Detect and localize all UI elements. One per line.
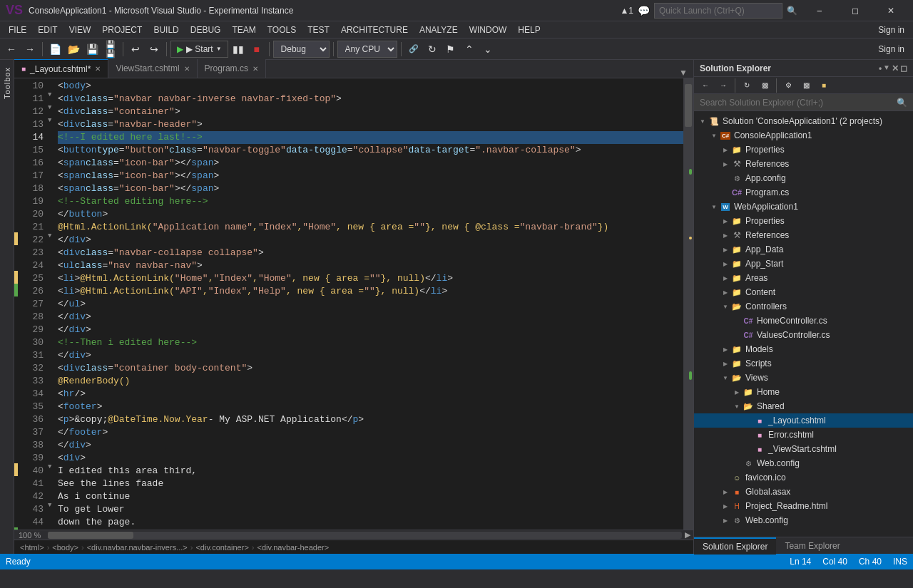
- h-scroll-right-arrow[interactable]: ▶: [685, 530, 693, 540]
- h-scroll-track[interactable]: [48, 532, 682, 539]
- tree-webapp1[interactable]: ▼ W WebApplication1: [694, 200, 913, 214]
- expander-readme[interactable]: ▶: [720, 503, 731, 510]
- se-show-all-btn[interactable]: ▩: [756, 77, 773, 94]
- expander-home[interactable]: ▶: [731, 389, 743, 396]
- tree-project-readme[interactable]: ▶ H Project_Readme.html: [694, 499, 913, 513]
- se-sync-btn[interactable]: ↻: [738, 77, 755, 94]
- tree-appconfig[interactable]: ⚙ App.config: [694, 171, 913, 185]
- pause-btn[interactable]: ▮▮: [230, 41, 247, 58]
- cpu-config-dropdown[interactable]: Any CPU x86 x64: [337, 41, 397, 58]
- expander-references1[interactable]: ▶: [720, 161, 731, 167]
- status-ch[interactable]: Ch 40: [859, 557, 882, 567]
- menu-edit[interactable]: EDIT: [32, 21, 63, 38]
- tree-scripts[interactable]: ▶ 📁 Scripts: [694, 356, 913, 371]
- expander-consoleapp1[interactable]: ▼: [708, 133, 720, 139]
- tree-views[interactable]: ▼ 📂 Views: [694, 371, 913, 385]
- tree-web-config-views[interactable]: ⚙ Web.config: [694, 456, 913, 470]
- new-project-btn[interactable]: 📄: [46, 41, 63, 58]
- tree-appdata[interactable]: ▶ 📁 App_Data: [694, 242, 913, 257]
- expander-shared[interactable]: ▼: [731, 403, 743, 410]
- collapse-23[interactable]: ▼: [48, 232, 51, 239]
- collapse-32[interactable]: ▼: [48, 463, 51, 470]
- expander-references2[interactable]: ▶: [720, 232, 731, 239]
- tree-global-asax[interactable]: ▶ ■ Global.asax: [694, 485, 913, 499]
- tree-error-cshtml[interactable]: ■ Error.cshtml: [694, 428, 913, 442]
- se-expand-icon[interactable]: ◻: [900, 63, 907, 73]
- se-preview-btn[interactable]: ▩: [797, 77, 815, 94]
- se-fwd-btn[interactable]: →: [715, 77, 732, 94]
- sign-in-link[interactable]: Sign in: [878, 25, 910, 35]
- se-filter-btn[interactable]: ■: [815, 77, 832, 94]
- code-content[interactable]: <body> <div class="navbar navbar-inverse…: [58, 78, 683, 530]
- tree-properties1[interactable]: ▶ 📁 Properties: [694, 143, 913, 157]
- save-btn[interactable]: 💾: [83, 41, 101, 58]
- expander-scripts[interactable]: ▶: [720, 361, 731, 367]
- menu-architecture[interactable]: ARCHITECTURE: [335, 21, 414, 38]
- tree-valuescontroller[interactable]: C# ValuesController.cs: [694, 328, 913, 342]
- fwd-btn[interactable]: →: [21, 41, 39, 58]
- expander-controllers[interactable]: ▼: [720, 304, 731, 310]
- attach-btn[interactable]: 🔗: [405, 41, 422, 58]
- menu-help[interactable]: HELP: [512, 21, 546, 38]
- tree-models[interactable]: ▶ 📁 Models: [694, 342, 913, 356]
- minimize-button[interactable]: ‒: [803, 0, 836, 21]
- tree-layout-cshtml[interactable]: ■ _Layout.cshtml: [694, 413, 913, 428]
- tree-properties2[interactable]: ▶ 📁 Properties: [694, 214, 913, 228]
- menu-test[interactable]: TEST: [302, 21, 335, 38]
- tab-layout-cshtml[interactable]: ■ _Layout.cshtml* ✕: [14, 59, 108, 78]
- open-btn[interactable]: 📂: [65, 41, 82, 58]
- tree-areas[interactable]: ▶ 📁 Areas: [694, 271, 913, 285]
- tree-solution[interactable]: ▼ 📜 Solution 'ConsoleApplication1' (2 pr…: [694, 114, 913, 128]
- collapse-12[interactable]: ▼: [48, 104, 51, 111]
- collapse-35[interactable]: ▼: [48, 502, 51, 509]
- se-tab-solution-explorer[interactable]: Solution Explorer: [694, 537, 776, 555]
- status-ln[interactable]: Ln 14: [790, 557, 811, 567]
- se-search-input[interactable]: [700, 98, 897, 108]
- debug-config-dropdown[interactable]: Debug Release: [273, 41, 330, 58]
- tab-program-close[interactable]: ✕: [253, 65, 258, 73]
- back-btn[interactable]: ←: [3, 41, 20, 58]
- tree-programcs[interactable]: C# Program.cs: [694, 185, 913, 200]
- start-button[interactable]: ▶ ▶ Start ▼: [170, 41, 228, 58]
- tab-program-cs[interactable]: Program.cs ✕: [198, 59, 266, 78]
- se-back-btn[interactable]: ←: [697, 77, 714, 94]
- quick-launch-input[interactable]: [654, 3, 782, 19]
- expander-properties2[interactable]: ▶: [720, 218, 731, 225]
- tab-viewstart-cshtml[interactable]: ViewStart.cshtml ✕: [108, 59, 197, 78]
- tree-shared-folder[interactable]: ▼ 📂 Shared: [694, 399, 913, 413]
- search-icon[interactable]: 🔍: [787, 6, 797, 16]
- collapse-13[interactable]: ▼: [48, 117, 51, 124]
- menu-debug[interactable]: DEBUG: [185, 21, 227, 38]
- prev-bookmark-btn[interactable]: ⌃: [461, 41, 478, 58]
- breadcrumb-navbar-header[interactable]: <div.navbar-header>: [257, 543, 329, 552]
- expander-appdata[interactable]: ▶: [720, 247, 731, 253]
- expander-webapp1[interactable]: ▼: [708, 204, 720, 210]
- menu-file[interactable]: FILE: [3, 21, 32, 38]
- redo-btn[interactable]: ↪: [146, 41, 163, 58]
- expander-properties1[interactable]: ▶: [720, 147, 731, 153]
- expander-global[interactable]: ▶: [720, 489, 731, 495]
- expander-areas[interactable]: ▶: [720, 275, 731, 282]
- menu-analyze[interactable]: ANALYZE: [414, 21, 464, 38]
- tab-layout-close[interactable]: ✕: [95, 65, 101, 73]
- sign-in-label[interactable]: Sign in: [878, 44, 910, 54]
- save-all-btn[interactable]: 💾💾: [102, 41, 119, 58]
- breadcrumb-navbar[interactable]: <div.navbar.navbar-invers...>: [87, 543, 188, 552]
- expander-solution[interactable]: ▼: [697, 118, 708, 125]
- menu-team[interactable]: TEAM: [226, 21, 261, 38]
- next-bookmark-btn[interactable]: ⌄: [479, 41, 496, 58]
- close-button[interactable]: ✕: [874, 0, 907, 21]
- toolbox-label[interactable]: Toolbox: [3, 67, 11, 99]
- tree-consoleapp1[interactable]: ▼ C# ConsoleApplication1: [694, 128, 913, 143]
- tree-references2[interactable]: ▶ ⚒ References: [694, 228, 913, 242]
- tab-scroll-button[interactable]: ▼: [673, 68, 693, 78]
- tree-viewstart-cshtml[interactable]: ■ _ViewStart.cshtml: [694, 442, 913, 456]
- chat-icon[interactable]: 💬: [638, 5, 650, 16]
- expander-webconfig[interactable]: ▶: [720, 517, 731, 524]
- menu-window[interactable]: WINDOW: [464, 21, 513, 38]
- refresh-btn[interactable]: ↻: [424, 41, 441, 58]
- expander-models[interactable]: ▶: [720, 346, 731, 353]
- breadcrumb-html[interactable]: <html>: [20, 543, 44, 552]
- scroll-thumb[interactable]: [685, 84, 692, 127]
- tree-home-folder[interactable]: ▶ 📁 Home: [694, 385, 913, 399]
